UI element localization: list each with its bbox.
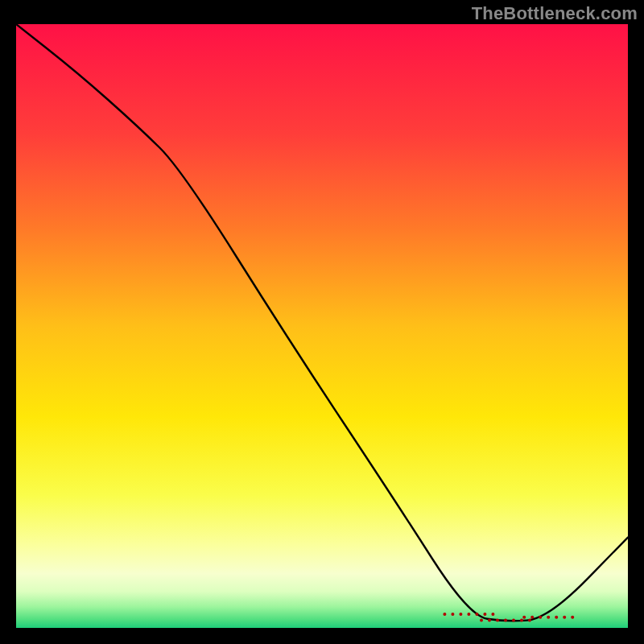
watermark-text: TheBottleneck.com [472, 3, 638, 24]
svg-rect-0 [16, 24, 628, 628]
plot-background-gradient [16, 24, 628, 628]
chart-container: TheBottleneck.com [0, 0, 644, 644]
plot-area [16, 24, 628, 628]
